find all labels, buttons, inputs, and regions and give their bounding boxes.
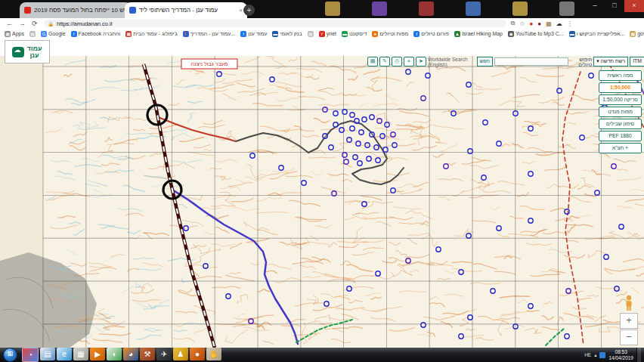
- bookmark-item[interactable]: ▲Israel Hiking Map: [454, 31, 503, 37]
- poi-marker[interactable]: [468, 315, 472, 320]
- poi-marker[interactable]: [332, 191, 336, 196]
- bookmark-item[interactable]: ▦ג'יפולוג - עמוד הבית: [125, 31, 177, 37]
- poi-marker[interactable]: [444, 164, 448, 169]
- pegman-icon[interactable]: [621, 295, 636, 311]
- poi-marker[interactable]: [385, 122, 389, 127]
- poi-marker[interactable]: [483, 120, 488, 125]
- poi-marker[interactable]: [347, 286, 351, 291]
- minimize-button[interactable]: –: [585, 0, 605, 12]
- poi-marker[interactable]: [367, 156, 371, 161]
- layers-button[interactable]: ▤: [367, 57, 378, 67]
- zoom-in-button[interactable]: +: [620, 313, 638, 329]
- bookmark-item[interactable]: ▬בנק לאומי: [272, 31, 302, 37]
- poi-marker[interactable]: [391, 132, 395, 137]
- bookmark-item[interactable]: ▦Apps: [5, 31, 24, 37]
- poi-marker[interactable]: [391, 188, 395, 193]
- poi-marker[interactable]: [528, 172, 533, 176]
- poi-marker[interactable]: [557, 88, 562, 93]
- profile-avatar-icon[interactable]: ☁: [556, 20, 562, 27]
- grid-select-dropdown[interactable]: רשת חדשה ▾: [593, 57, 628, 67]
- bookmark-item[interactable]: fFacebook והחברה: [71, 31, 121, 37]
- poi-marker[interactable]: [589, 73, 593, 78]
- poi-marker[interactable]: [347, 138, 351, 142]
- layer-button[interactable]: מפה ראשית: [599, 70, 642, 81]
- back-button[interactable]: ←: [6, 20, 13, 27]
- taskbar-calendar-app[interactable]: ▦: [73, 348, 88, 360]
- map-canvas[interactable]: מעבר גבול ניצנה: [0, 56, 644, 348]
- browser-tab-2-active[interactable]: עמוד ענן - המדריך השיתופי ליד ×: [125, 2, 247, 18]
- poi-marker[interactable]: [358, 161, 362, 166]
- bookmark-item[interactable]: 🚶עמוד ענן - המדריך...: [183, 31, 236, 37]
- poi-marker[interactable]: [217, 72, 221, 76]
- search-input[interactable]: [494, 57, 569, 66]
- poi-marker[interactable]: [203, 264, 208, 268]
- poi-marker[interactable]: [370, 132, 374, 137]
- poi-marker[interactable]: [528, 218, 533, 223]
- poi-marker[interactable]: [344, 159, 348, 164]
- poi-marker[interactable]: [323, 134, 327, 138]
- poi-marker[interactable]: [466, 82, 471, 87]
- poi-marker[interactable]: [376, 271, 380, 276]
- tray-expand-icon[interactable]: ▴: [594, 352, 596, 358]
- taskbar-document-app[interactable]: ▤: [40, 348, 55, 360]
- star-icon[interactable]: ☆: [519, 20, 525, 27]
- bookmark-item[interactable]: ▬דיסקונט: [342, 31, 367, 37]
- locate-button[interactable]: ⌖: [404, 57, 414, 67]
- bookmark-item[interactable]: ●מפות וטיולים: [372, 31, 408, 37]
- layer-button[interactable]: מפות מנדט: [599, 107, 642, 117]
- search-go-button[interactable]: חפש: [477, 57, 493, 67]
- poi-marker[interactable]: [377, 119, 382, 123]
- poi-marker[interactable]: [566, 289, 571, 293]
- poi-marker[interactable]: [421, 96, 426, 101]
- amudanan-logo[interactable]: עמודענן: [5, 40, 50, 63]
- bookmark-item[interactable]: ▬אפליקציית הביקוש ו...: [569, 31, 625, 37]
- language-indicator[interactable]: HE: [584, 352, 591, 357]
- tab2-close-icon[interactable]: ×: [239, 7, 243, 14]
- poi-marker[interactable]: [459, 334, 463, 339]
- start-button[interactable]: ⊞: [3, 348, 17, 362]
- poi-marker[interactable]: [406, 258, 410, 263]
- tray-app-icon[interactable]: [599, 352, 605, 358]
- poi-marker[interactable]: [466, 234, 471, 238]
- forward-button[interactable]: →: [19, 20, 26, 27]
- poi-marker[interactable]: [580, 135, 584, 140]
- poi-marker[interactable]: [426, 73, 430, 78]
- poi-marker[interactable]: [421, 323, 426, 327]
- poi-marker[interactable]: [353, 155, 358, 159]
- browser-menu-icon[interactable]: ⋮: [567, 20, 573, 27]
- poi-marker[interactable]: [370, 115, 374, 119]
- taskbar-messenger-app[interactable]: ♟: [173, 348, 188, 360]
- poi-marker[interactable]: [451, 111, 456, 116]
- translate-icon[interactable]: ⧉: [511, 20, 516, 27]
- poi-marker[interactable]: [513, 324, 518, 329]
- extension-red-icon[interactable]: ●: [529, 20, 533, 27]
- poi-marker[interactable]: [324, 302, 329, 306]
- taskbar-chrome[interactable]: ◔: [22, 348, 39, 362]
- taskbar-clock[interactable]: 08:5314/04/2019: [608, 349, 633, 360]
- taskbar-media-player[interactable]: ▶: [90, 348, 105, 360]
- poi-marker[interactable]: [380, 134, 385, 138]
- poi-marker[interactable]: [362, 202, 367, 206]
- taskbar-airplane-app[interactable]: ✈: [156, 348, 172, 360]
- poi-marker[interactable]: [436, 247, 441, 252]
- poi-marker[interactable]: [342, 110, 347, 114]
- poi-marker[interactable]: [595, 190, 599, 195]
- layer-button[interactable]: PEF 1880: [599, 131, 642, 141]
- maximize-button[interactable]: □: [605, 0, 624, 12]
- layer-button[interactable]: סריקה 1:50,000: [599, 94, 642, 105]
- poi-marker[interactable]: [333, 122, 338, 127]
- draw-button[interactable]: ✎: [379, 57, 390, 67]
- poi-marker[interactable]: [270, 77, 274, 82]
- poi-marker[interactable]: [184, 226, 188, 231]
- print-button[interactable]: ⎙: [392, 57, 402, 67]
- poi-marker[interactable]: [481, 175, 486, 180]
- bookmark-item[interactable]: fפורום טיולים: [413, 31, 449, 37]
- layer-button[interactable]: סימון שבילים: [599, 119, 642, 129]
- poi-marker[interactable]: [365, 143, 370, 147]
- bookmark-item[interactable]: GGoogle: [41, 31, 66, 37]
- browser-tab-1[interactable]: כביש 10 ייפתח בחול המועד פסח 2019 ×: [20, 2, 132, 18]
- poi-marker[interactable]: [350, 113, 355, 117]
- poi-marker[interactable]: [339, 128, 344, 132]
- url-text[interactable]: https://amudanan.co.il: [57, 20, 112, 27]
- poi-marker[interactable]: [565, 334, 569, 339]
